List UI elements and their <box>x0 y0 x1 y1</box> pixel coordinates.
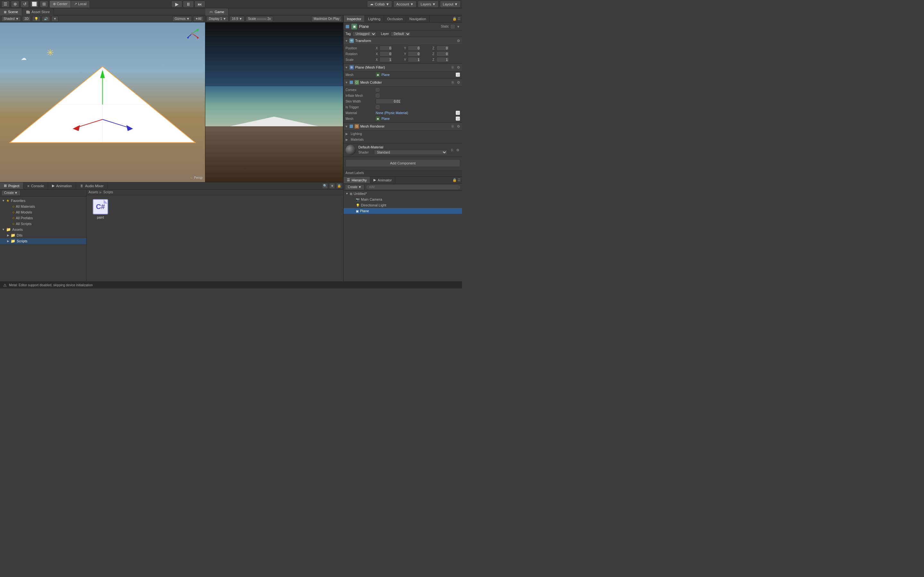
inspector-menu-icon[interactable]: ☰ <box>457 17 461 21</box>
transform-settings-icon[interactable]: ⚙ <box>456 39 461 43</box>
rot-x-input[interactable] <box>380 51 393 56</box>
shaded-btn[interactable]: Shaded ▼ <box>1 16 21 22</box>
2d-btn[interactable]: 2D <box>22 16 31 22</box>
project-lock-btn[interactable]: 🔒 <box>336 183 342 189</box>
mesh-renderer-settings-icon[interactable]: ⚙ <box>456 124 461 129</box>
scene-tools-btn[interactable]: ⊕ <box>11 1 19 8</box>
lighting-tab[interactable]: Lighting <box>365 15 384 22</box>
hierarchy-search[interactable] <box>366 185 461 190</box>
aspect-btn[interactable]: 16:9 ▼ <box>230 16 244 22</box>
mesh-renderer-header[interactable]: ▼ ⊡ Mesh Renderer ⎘ ⚙ <box>344 123 462 130</box>
layer-dropdown[interactable]: Default <box>391 31 411 37</box>
is-trigger-checkbox[interactable] <box>376 105 380 109</box>
scale-y-input[interactable] <box>408 57 421 62</box>
mesh-collider-settings-icon[interactable]: ⚙ <box>456 80 461 85</box>
account-btn[interactable]: Account ▼ <box>393 1 417 8</box>
navigation-tab[interactable]: Navigation <box>406 15 430 22</box>
mesh-filter-copy-icon[interactable]: ⎘ <box>451 65 455 69</box>
mesh-renderer-enable[interactable] <box>349 124 353 128</box>
tag-dropdown[interactable]: Untagged <box>352 31 376 37</box>
all-prefabs-item[interactable]: ○ All Prefabs <box>0 215 86 221</box>
asset-paint[interactable]: C# paint <box>89 198 111 221</box>
animation-tab[interactable]: ▶ Animation <box>48 182 76 189</box>
scene-root[interactable]: ▼ ⊞ Untitled* <box>344 191 462 197</box>
pos-z-input[interactable] <box>436 45 449 51</box>
all-scripts-item[interactable]: ○ All Scripts <box>0 221 86 227</box>
pos-x-input[interactable] <box>380 45 393 51</box>
unity-logo-btn[interactable]: ☰ <box>1 1 10 8</box>
material-settings-icon[interactable]: ⚙ <box>456 148 460 152</box>
project-search-icon[interactable]: 🔍 <box>322 183 328 189</box>
animator-tab[interactable]: ▶ Animator <box>370 177 395 183</box>
plane-item[interactable]: ▣ Plane <box>344 208 462 214</box>
collider-mesh-pick[interactable]: ⊙ <box>456 116 460 121</box>
asset-store-tab[interactable]: 🏬 Asset Store <box>22 8 54 15</box>
mesh-filter-settings-icon[interactable]: ⚙ <box>456 65 461 69</box>
create-btn[interactable]: Create ▼ <box>1 190 21 196</box>
transform-header[interactable]: ▼ ⟲ Transform ⚙ <box>344 37 462 44</box>
collider-material-pick[interactable]: ⊙ <box>456 111 460 115</box>
hierarchy-menu-icon[interactable]: ☰ <box>457 178 461 182</box>
occlusion-tab[interactable]: Occlusion <box>384 15 406 22</box>
maximize-play-btn[interactable]: Maximize On Play <box>311 16 342 22</box>
favorites-folder[interactable]: ▼ ★ Favorites <box>0 198 86 203</box>
dlls-folder[interactable]: ▶ 📁 Dlls <box>0 232 86 238</box>
convex-checkbox[interactable] <box>376 88 380 92</box>
scale-btn[interactable]: Scale ——— 2x <box>246 16 273 22</box>
display-btn[interactable]: Display 1 ▼ <box>207 16 228 22</box>
object-active-checkbox[interactable] <box>346 25 349 29</box>
local-btn[interactable]: ↗ Local <box>71 1 89 8</box>
rect-tool-btn[interactable]: ⬜ <box>30 1 39 8</box>
center-btn[interactable]: ⊕ Center <box>50 1 71 8</box>
rot-y-input[interactable] <box>408 51 421 56</box>
main-camera-item[interactable]: 📷 Main Camera <box>344 197 462 202</box>
skin-width-input[interactable] <box>376 99 401 104</box>
scripts-folder[interactable]: ▶ 📁 Scripts <box>0 238 86 244</box>
audio-btn[interactable]: 🔊 <box>42 16 50 22</box>
mesh-filter-header[interactable]: ▼ ⊞ Plane (Mesh Filter) ⎘ ⚙ <box>344 64 462 71</box>
mesh-filter-pick-btn[interactable]: ⊙ <box>456 73 460 77</box>
inspector-tab[interactable]: Inspector <box>344 15 365 22</box>
effects-btn[interactable]: ✦ <box>51 16 58 22</box>
play-btn[interactable]: ▶ <box>171 1 182 8</box>
all-materials-item[interactable]: ○ All Materials <box>0 203 86 210</box>
hierarchy-create-btn[interactable]: Create ▼ <box>345 184 365 190</box>
scene-canvas[interactable]: ✳ ☁ <box>0 23 205 182</box>
audio-mixer-tab[interactable]: 🎚 Audio Mixer <box>76 182 108 189</box>
scale-x-input[interactable] <box>380 57 393 62</box>
transform-btn[interactable]: ⊞ <box>40 1 48 8</box>
mesh-collider-header[interactable]: ▼ ⬡ Mesh Collider ⎘ ⚙ <box>344 79 462 86</box>
shader-select[interactable]: Standard <box>374 150 447 155</box>
hierarchy-lock-icon[interactable]: 🔒 <box>452 178 457 182</box>
mesh-collider-enable[interactable] <box>349 81 353 84</box>
refresh-btn[interactable]: ↺ <box>21 1 29 8</box>
project-star-btn[interactable]: ★ <box>329 183 335 189</box>
scene-tab[interactable]: ⊞ Scene <box>0 8 22 15</box>
all-models-item[interactable]: ○ All Models <box>0 210 86 215</box>
assets-folder[interactable]: ▼ 📁 Assets <box>0 227 86 232</box>
lighting-scene-btn[interactable]: 💡 <box>32 16 40 22</box>
collab-btn[interactable]: ☁ Collab ▼ <box>367 1 392 8</box>
static-checkbox[interactable] <box>451 25 455 29</box>
hierarchy-tab[interactable]: ☰ Hierarchy <box>344 177 370 183</box>
game-tab[interactable]: 🎮 Game <box>205 8 228 15</box>
inspector-lock-icon[interactable]: 🔒 <box>452 17 457 21</box>
directional-light-item[interactable]: 💡 Directional Light <box>344 202 462 208</box>
project-tab[interactable]: ⊞ Project <box>0 182 23 189</box>
material-copy-icon[interactable]: ⎘ <box>450 148 454 152</box>
pos-y-input[interactable] <box>408 45 421 51</box>
mesh-renderer-copy-icon[interactable]: ⎘ <box>451 124 455 129</box>
pause-btn[interactable]: ⏸ <box>183 1 194 8</box>
renderer-lighting-row[interactable]: ▶ Lighting <box>346 131 460 137</box>
gizmos-btn[interactable]: Gizmos ▼ <box>172 16 192 22</box>
layout-btn[interactable]: Layout ▼ <box>440 1 461 8</box>
layers-btn[interactable]: Layers ▼ <box>418 1 439 8</box>
rot-z-input[interactable] <box>436 51 449 56</box>
renderer-materials-row[interactable]: ▶ Materials <box>346 137 460 142</box>
scale-z-input[interactable] <box>436 57 449 62</box>
console-tab[interactable]: ≡ Console <box>23 182 48 189</box>
mesh-collider-copy-icon[interactable]: ⎘ <box>451 80 455 85</box>
inflate-checkbox[interactable] <box>376 93 380 97</box>
step-btn[interactable]: ⏭ <box>194 1 205 8</box>
search-scene-btn[interactable]: ✦All <box>193 16 204 22</box>
